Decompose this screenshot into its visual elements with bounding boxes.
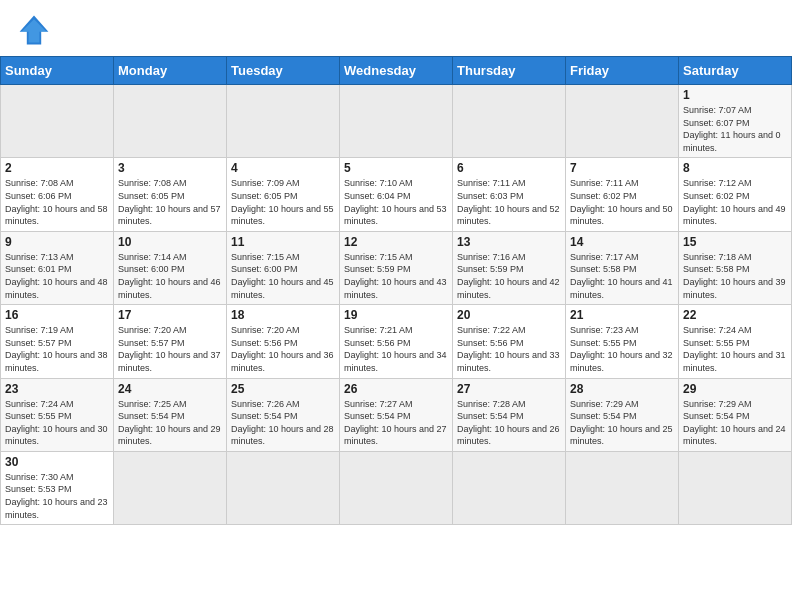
calendar-cell — [453, 451, 566, 524]
calendar-cell: 18Sunrise: 7:20 AMSunset: 5:56 PMDayligh… — [227, 305, 340, 378]
day-info: Sunrise: 7:08 AMSunset: 6:06 PMDaylight:… — [5, 177, 109, 227]
day-info: Sunrise: 7:24 AMSunset: 5:55 PMDaylight:… — [5, 398, 109, 448]
day-number: 11 — [231, 235, 335, 249]
page: SundayMondayTuesdayWednesdayThursdayFrid… — [0, 0, 792, 612]
calendar-cell: 3Sunrise: 7:08 AMSunset: 6:05 PMDaylight… — [114, 158, 227, 231]
calendar-cell: 11Sunrise: 7:15 AMSunset: 6:00 PMDayligh… — [227, 231, 340, 304]
calendar-cell — [340, 451, 453, 524]
day-info: Sunrise: 7:29 AMSunset: 5:54 PMDaylight:… — [683, 398, 787, 448]
day-info: Sunrise: 7:27 AMSunset: 5:54 PMDaylight:… — [344, 398, 448, 448]
day-number: 4 — [231, 161, 335, 175]
calendar-cell — [453, 85, 566, 158]
day-info: Sunrise: 7:14 AMSunset: 6:00 PMDaylight:… — [118, 251, 222, 301]
day-number: 23 — [5, 382, 109, 396]
calendar-cell — [114, 451, 227, 524]
calendar-cell: 17Sunrise: 7:20 AMSunset: 5:57 PMDayligh… — [114, 305, 227, 378]
day-number: 6 — [457, 161, 561, 175]
calendar-cell: 6Sunrise: 7:11 AMSunset: 6:03 PMDaylight… — [453, 158, 566, 231]
calendar-cell: 4Sunrise: 7:09 AMSunset: 6:05 PMDaylight… — [227, 158, 340, 231]
day-number: 27 — [457, 382, 561, 396]
calendar-cell: 19Sunrise: 7:21 AMSunset: 5:56 PMDayligh… — [340, 305, 453, 378]
logo — [16, 12, 56, 48]
day-number: 2 — [5, 161, 109, 175]
day-number: 1 — [683, 88, 787, 102]
day-number: 26 — [344, 382, 448, 396]
day-info: Sunrise: 7:20 AMSunset: 5:56 PMDaylight:… — [231, 324, 335, 374]
day-header-sunday: Sunday — [1, 57, 114, 85]
day-header-saturday: Saturday — [679, 57, 792, 85]
calendar-cell — [679, 451, 792, 524]
day-header-tuesday: Tuesday — [227, 57, 340, 85]
day-header-monday: Monday — [114, 57, 227, 85]
calendar-header: SundayMondayTuesdayWednesdayThursdayFrid… — [1, 57, 792, 85]
day-info: Sunrise: 7:26 AMSunset: 5:54 PMDaylight:… — [231, 398, 335, 448]
calendar-cell: 10Sunrise: 7:14 AMSunset: 6:00 PMDayligh… — [114, 231, 227, 304]
week-row-2: 9Sunrise: 7:13 AMSunset: 6:01 PMDaylight… — [1, 231, 792, 304]
calendar-cell: 23Sunrise: 7:24 AMSunset: 5:55 PMDayligh… — [1, 378, 114, 451]
day-header-thursday: Thursday — [453, 57, 566, 85]
week-row-0: 1Sunrise: 7:07 AMSunset: 6:07 PMDaylight… — [1, 85, 792, 158]
header — [0, 0, 792, 56]
calendar-cell: 14Sunrise: 7:17 AMSunset: 5:58 PMDayligh… — [566, 231, 679, 304]
calendar-cell — [566, 85, 679, 158]
svg-marker-1 — [21, 19, 46, 42]
header-row: SundayMondayTuesdayWednesdayThursdayFrid… — [1, 57, 792, 85]
day-number: 8 — [683, 161, 787, 175]
calendar-cell: 24Sunrise: 7:25 AMSunset: 5:54 PMDayligh… — [114, 378, 227, 451]
logo-icon — [16, 12, 52, 48]
day-info: Sunrise: 7:28 AMSunset: 5:54 PMDaylight:… — [457, 398, 561, 448]
day-number: 7 — [570, 161, 674, 175]
day-info: Sunrise: 7:24 AMSunset: 5:55 PMDaylight:… — [683, 324, 787, 374]
day-info: Sunrise: 7:12 AMSunset: 6:02 PMDaylight:… — [683, 177, 787, 227]
day-info: Sunrise: 7:19 AMSunset: 5:57 PMDaylight:… — [5, 324, 109, 374]
day-header-wednesday: Wednesday — [340, 57, 453, 85]
day-info: Sunrise: 7:30 AMSunset: 5:53 PMDaylight:… — [5, 471, 109, 521]
calendar-cell: 2Sunrise: 7:08 AMSunset: 6:06 PMDaylight… — [1, 158, 114, 231]
day-number: 5 — [344, 161, 448, 175]
day-info: Sunrise: 7:17 AMSunset: 5:58 PMDaylight:… — [570, 251, 674, 301]
week-row-1: 2Sunrise: 7:08 AMSunset: 6:06 PMDaylight… — [1, 158, 792, 231]
week-row-4: 23Sunrise: 7:24 AMSunset: 5:55 PMDayligh… — [1, 378, 792, 451]
calendar-cell: 27Sunrise: 7:28 AMSunset: 5:54 PMDayligh… — [453, 378, 566, 451]
calendar-cell: 25Sunrise: 7:26 AMSunset: 5:54 PMDayligh… — [227, 378, 340, 451]
day-number: 13 — [457, 235, 561, 249]
calendar-cell: 26Sunrise: 7:27 AMSunset: 5:54 PMDayligh… — [340, 378, 453, 451]
calendar-cell: 8Sunrise: 7:12 AMSunset: 6:02 PMDaylight… — [679, 158, 792, 231]
day-info: Sunrise: 7:10 AMSunset: 6:04 PMDaylight:… — [344, 177, 448, 227]
day-number: 19 — [344, 308, 448, 322]
day-number: 21 — [570, 308, 674, 322]
day-number: 24 — [118, 382, 222, 396]
day-number: 14 — [570, 235, 674, 249]
calendar-body: 1Sunrise: 7:07 AMSunset: 6:07 PMDaylight… — [1, 85, 792, 525]
day-header-friday: Friday — [566, 57, 679, 85]
day-info: Sunrise: 7:11 AMSunset: 6:03 PMDaylight:… — [457, 177, 561, 227]
day-info: Sunrise: 7:29 AMSunset: 5:54 PMDaylight:… — [570, 398, 674, 448]
day-info: Sunrise: 7:11 AMSunset: 6:02 PMDaylight:… — [570, 177, 674, 227]
calendar-cell: 15Sunrise: 7:18 AMSunset: 5:58 PMDayligh… — [679, 231, 792, 304]
day-number: 29 — [683, 382, 787, 396]
day-info: Sunrise: 7:16 AMSunset: 5:59 PMDaylight:… — [457, 251, 561, 301]
calendar-cell: 30Sunrise: 7:30 AMSunset: 5:53 PMDayligh… — [1, 451, 114, 524]
day-info: Sunrise: 7:25 AMSunset: 5:54 PMDaylight:… — [118, 398, 222, 448]
day-number: 28 — [570, 382, 674, 396]
day-number: 3 — [118, 161, 222, 175]
day-number: 16 — [5, 308, 109, 322]
day-number: 9 — [5, 235, 109, 249]
day-info: Sunrise: 7:08 AMSunset: 6:05 PMDaylight:… — [118, 177, 222, 227]
day-info: Sunrise: 7:09 AMSunset: 6:05 PMDaylight:… — [231, 177, 335, 227]
week-row-3: 16Sunrise: 7:19 AMSunset: 5:57 PMDayligh… — [1, 305, 792, 378]
calendar-cell: 12Sunrise: 7:15 AMSunset: 5:59 PMDayligh… — [340, 231, 453, 304]
day-number: 10 — [118, 235, 222, 249]
calendar-cell: 1Sunrise: 7:07 AMSunset: 6:07 PMDaylight… — [679, 85, 792, 158]
calendar-cell: 7Sunrise: 7:11 AMSunset: 6:02 PMDaylight… — [566, 158, 679, 231]
calendar-cell: 20Sunrise: 7:22 AMSunset: 5:56 PMDayligh… — [453, 305, 566, 378]
day-info: Sunrise: 7:15 AMSunset: 5:59 PMDaylight:… — [344, 251, 448, 301]
day-info: Sunrise: 7:13 AMSunset: 6:01 PMDaylight:… — [5, 251, 109, 301]
calendar-cell — [114, 85, 227, 158]
day-number: 12 — [344, 235, 448, 249]
day-info: Sunrise: 7:23 AMSunset: 5:55 PMDaylight:… — [570, 324, 674, 374]
calendar-cell: 13Sunrise: 7:16 AMSunset: 5:59 PMDayligh… — [453, 231, 566, 304]
calendar-cell: 22Sunrise: 7:24 AMSunset: 5:55 PMDayligh… — [679, 305, 792, 378]
calendar-cell: 21Sunrise: 7:23 AMSunset: 5:55 PMDayligh… — [566, 305, 679, 378]
day-info: Sunrise: 7:07 AMSunset: 6:07 PMDaylight:… — [683, 104, 787, 154]
